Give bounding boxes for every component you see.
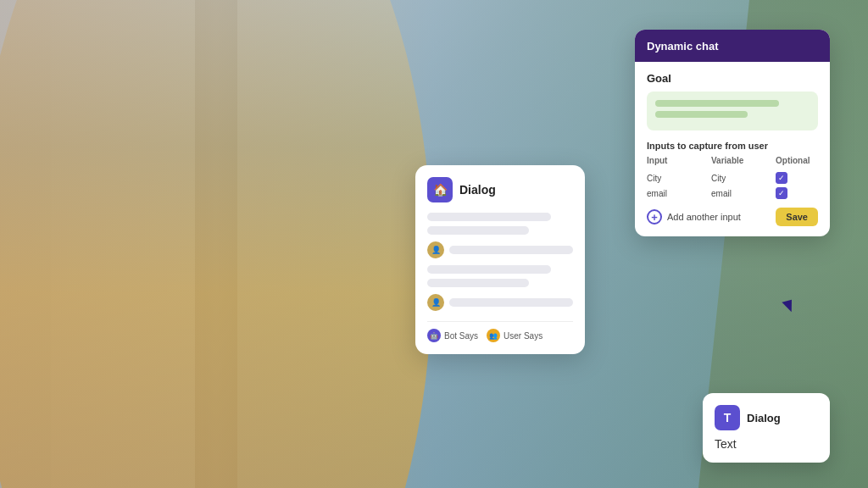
dialog2-header: T Dialog [715,405,818,430]
goal-box [647,92,818,130]
add-icon[interactable]: + [647,209,662,225]
panel-header-title: Dynamic chat [647,40,719,53]
input-row-city: City City ✓ [647,172,818,184]
dialog2-icon: T [715,405,740,430]
chat-bubble-3 [427,265,551,274]
checkbox-email[interactable]: ✓ [776,187,787,199]
bot-says-btn[interactable]: 🤖 Bot Says [427,329,478,342]
dialog-card-footer: 🤖 Bot Says 👥 User Says [427,321,573,342]
dialog-card: 🏠 Dialog 👤 👤 🤖 Bot Says 👥 User Says [415,165,585,354]
dialog-card-title: Dialog [459,183,496,197]
chat-bubble-right-2 [449,298,573,307]
inputs-table: Input Variable Optional City City ✓ emai… [647,156,818,199]
user-says-label: User Says [504,331,542,341]
save-button[interactable]: Save [776,208,818,226]
dialog-card-icon: 🏠 [427,177,453,202]
input-city-label: City [647,174,711,183]
panel-header: Dynamic chat [635,30,830,62]
goal-line-2 [655,111,748,118]
chat-row-2: 👤 [427,294,573,311]
chat-bubble-2 [427,226,529,235]
bot-says-label: Bot Says [444,331,478,341]
bot-icon: 🤖 [427,329,441,342]
chat-avatar-2: 👤 [427,294,444,311]
chat-row-1: 👤 [427,241,573,258]
inputs-table-header: Input Variable Optional [647,156,818,168]
chat-bubble-4 [427,279,529,287]
user-icon: 👥 [487,329,500,342]
goal-title: Goal [647,72,818,85]
variable-city-label: City [711,174,776,183]
inputs-title: Inputs to capture from user [647,141,818,151]
col-optional: Optional [776,156,818,165]
dialog-card-2: T Dialog Text [703,393,830,463]
chat-bubble-1 [427,213,551,221]
input-row-email: email email ✓ [647,187,818,199]
goal-line-1 [655,100,779,107]
col-variable: Variable [711,156,776,165]
dialog2-text: Text [715,437,818,451]
chat-avatar-1: 👤 [427,241,444,258]
col-input: Input [647,156,711,165]
dynamic-chat-panel: Dynamic chat Goal Inputs to capture from… [635,30,830,236]
panel-body: Goal Inputs to capture from user Input V… [635,62,830,236]
input-email-label: email [647,189,711,198]
add-input-row: + Add another input Save [647,208,818,226]
dialog-card-header: 🏠 Dialog [427,177,573,202]
chat-bubble-right-1 [449,246,573,254]
variable-email-label: email [711,189,776,198]
checkbox-city[interactable]: ✓ [776,172,787,184]
user-says-btn[interactable]: 👥 User Says [487,329,542,342]
add-input-text: Add another input [667,212,741,222]
dialog2-title: Dialog [747,412,781,424]
